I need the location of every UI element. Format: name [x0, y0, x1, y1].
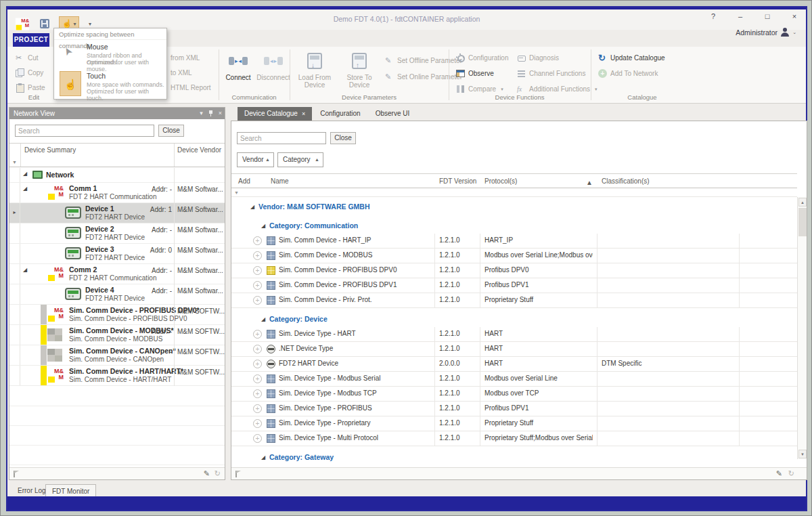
add-device-icon[interactable]: + [253, 296, 262, 305]
edit-pencil-icon[interactable]: ✎ [776, 469, 782, 478]
vertical-scrollbar[interactable]: ▲ ▼ [797, 197, 807, 459]
store-to-device-button[interactable]: ↑ Store To Device [340, 49, 378, 91]
paste-button[interactable]: Paste [16, 82, 45, 93]
catalogue-row[interactable]: +.NET Device Type1.2.1.0HART [231, 342, 797, 357]
add-device-icon[interactable]: + [253, 374, 262, 383]
add-device-icon[interactable]: + [253, 251, 262, 260]
add-device-icon[interactable]: + [253, 434, 262, 443]
expander-icon[interactable]: ◢ [261, 454, 265, 460]
add-device-icon[interactable]: + [253, 236, 262, 245]
expander-icon[interactable]: ◢ [261, 223, 265, 229]
configuration-button[interactable]: Configuration [456, 52, 508, 64]
expander-icon[interactable]: ◢ [23, 186, 27, 192]
expander-icon[interactable]: ◢ [261, 316, 265, 322]
catalogue-search-close-button[interactable]: Close [330, 132, 356, 144]
chevron-down-icon[interactable]: ▾ [200, 108, 203, 119]
network-tree-row[interactable]: ◢M&MComm 2FDT 2 HART CommunicationAddr: … [9, 264, 225, 284]
add-device-icon[interactable]: + [253, 266, 262, 275]
category-group-row[interactable]: ◢Category: Device [231, 312, 797, 327]
diagnosis-button[interactable]: Diagnosis [517, 52, 559, 64]
catalogue-row[interactable]: +Sim. Device Type - HART1.2.1.0HART [231, 327, 797, 342]
catalogue-row[interactable]: +Sim. Device Type - Proprietary1.2.1.0Pr… [231, 416, 797, 431]
add-device-icon[interactable]: + [253, 281, 262, 290]
connect-button[interactable]: ▸◂ Connect [219, 49, 257, 91]
catalogue-row[interactable]: +Sim. Comm Device - PROFIBUS DPV01.2.1.0… [231, 263, 797, 278]
network-tree-row[interactable]: ◢M&MComm 1FDT 2 HART CommunicationAddr: … [9, 183, 225, 203]
flag-icon[interactable] [14, 471, 19, 477]
save-icon[interactable] [40, 19, 49, 28]
network-tree-row[interactable]: Device 2FDT2 HART DeviceAddr: -M&M Softw… [9, 223, 225, 244]
network-tree-row[interactable]: ◢Network [9, 168, 225, 183]
cut-button[interactable]: ✂Cut [16, 52, 39, 64]
network-tree-row[interactable]: Device 3FDT2 HART DeviceAddr: 0M&M Softw… [9, 244, 225, 264]
catalogue-grid-header[interactable]: Add Name FDT Version Protocol(s) ▲ Class… [231, 173, 797, 188]
network-tree-row[interactable]: M&MSim. Comm Device - HART/HART*Sim. Com… [9, 366, 225, 386]
tab-configuration[interactable]: Configuration [313, 107, 367, 121]
qat-overflow-caret[interactable]: ▾ [89, 21, 91, 27]
close-icon[interactable]: × [302, 110, 305, 117]
scroll-down-icon[interactable]: ▼ [798, 450, 807, 458]
catalogue-row[interactable]: +Sim. Device Type - Multi Protocol1.2.1.… [231, 431, 797, 446]
update-catalogue-button[interactable]: ↻Update Catalogue [598, 52, 665, 64]
add-device-icon[interactable]: + [253, 330, 262, 339]
device-type: Sim. Comm Device - CANOpen [69, 356, 164, 363]
expander-icon[interactable]: ◢ [23, 171, 27, 177]
network-tree-row[interactable]: Sim. Comm Device - CANOpen*Sim. Comm Dev… [9, 345, 225, 366]
close-button[interactable]: × [790, 12, 799, 20]
category-group-row[interactable]: ◢Category: Communication [231, 219, 797, 234]
scrollbar-thumb[interactable] [798, 208, 807, 236]
tab-device-catalogue[interactable]: Device Catalogue× [238, 107, 312, 121]
network-grid-header[interactable]: Device Summary Device Vendor ▼ [9, 143, 225, 167]
catalogue-row[interactable]: +Sim. Device Type - Modbus TCP1.2.1.0Mod… [231, 387, 797, 402]
catalogue-row[interactable]: +Sim. Device Type - Modbus Serial1.2.1.0… [231, 372, 797, 387]
vendor-group-row[interactable]: ◢Vendor: M&M SOFTWARE GMBH [231, 200, 797, 215]
channel-functions-button[interactable]: Channel Functions [517, 68, 585, 79]
minimize-button[interactable]: – [736, 12, 745, 20]
catalogue-row[interactable]: +Sim. Comm Device - HART_IP1.2.1.0HART_I… [231, 234, 797, 249]
add-to-network-button[interactable]: +Add To Network [598, 68, 658, 79]
close-icon[interactable]: × [219, 108, 222, 119]
menu-item-mouse[interactable]: ➤ Mouse Standard ribbon and commands. Op… [54, 40, 166, 69]
catalogue-row[interactable]: +FDT2 HART Device2.0.0.0HARTDTM Specific [231, 357, 797, 372]
category-grouping-pill[interactable]: Category▲ [277, 152, 323, 167]
catalogue-row[interactable]: +Sim. Comm Device - Priv. Prot.1.2.1.0Pr… [231, 293, 797, 308]
expander-icon[interactable]: ◢ [250, 204, 254, 210]
catalogue-row[interactable]: +Sim. Comm Device - MODBUS1.2.1.0Modbus … [231, 249, 797, 263]
pin-icon[interactable] [208, 108, 213, 119]
tab-project[interactable]: PROJECT [13, 33, 49, 47]
menu-item-touch[interactable]: ☝ Touch More space with commands. Optimi… [54, 69, 166, 98]
catalogue-row[interactable]: +Sim. Device Type - PROFIBUS1.2.1.0Profi… [231, 402, 797, 416]
add-device-icon[interactable]: + [253, 345, 262, 353]
network-tree-row[interactable]: Sim. Comm Device - MODBUS*Sim. Comm Devi… [9, 325, 225, 345]
tab-observe-ui[interactable]: Observe UI [369, 107, 417, 121]
add-device-icon[interactable]: + [253, 360, 262, 368]
vendor-grouping-pill[interactable]: Vendor▲ [237, 152, 274, 167]
catalogue-row[interactable]: +Sim. Comm Device - PROFIBUS DPV11.2.1.0… [231, 278, 797, 293]
disconnect-button[interactable]: ◂▸ Disconnect [254, 49, 292, 91]
observe-button[interactable]: Observe [456, 68, 494, 79]
tab-fdt-monitor[interactable]: FDT Monitor [45, 484, 96, 498]
flag-icon[interactable] [235, 471, 241, 477]
add-device-icon[interactable]: + [253, 419, 262, 428]
filter-marker-icon[interactable]: ▼ [12, 160, 17, 165]
load-from-device-button[interactable]: ↓ Load From Device [296, 49, 334, 91]
catalogue-search-input[interactable] [237, 132, 326, 144]
expander-icon[interactable]: ◢ [23, 267, 27, 273]
refresh-icon[interactable]: ↻ [788, 469, 794, 478]
add-device-icon[interactable]: + [253, 404, 262, 413]
refresh-icon[interactable]: ↻ [215, 469, 221, 478]
scroll-up-icon[interactable]: ▲ [798, 198, 807, 207]
network-search-close-button[interactable]: Close [158, 125, 184, 137]
network-search-input[interactable] [15, 125, 154, 137]
network-tree-row[interactable]: ▸Device 1FDT2 HART DeviceAddr: 1M&M Soft… [9, 203, 225, 223]
network-tree-row[interactable]: Device 4FDT2 HART DeviceAddr: -M&M Softw… [9, 284, 225, 305]
app-icon[interactable]: M&M [16, 18, 29, 30]
add-device-icon[interactable]: + [253, 389, 262, 398]
help-button[interactable]: ? [708, 12, 718, 20]
maximize-button[interactable]: □ [763, 12, 772, 20]
network-tree-row[interactable]: M&MSim. Comm Device - PROFIBUS DPV0*Sim.… [9, 305, 225, 325]
edit-pencil-icon[interactable]: ✎ [204, 469, 210, 478]
category-group-row[interactable]: ◢Category: Gateway [231, 450, 797, 465]
copy-button[interactable]: Copy [16, 67, 43, 79]
catalogue-filter-row[interactable]: ▼ [231, 188, 797, 197]
